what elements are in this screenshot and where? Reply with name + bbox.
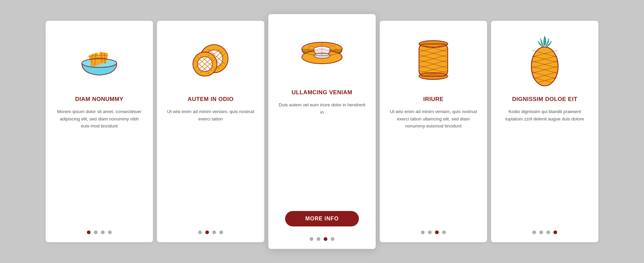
dot-2-0 [198,230,202,234]
dot-4-1 [428,230,432,234]
svg-rect-38 [419,44,448,76]
card-3-title: ULLAMCING VENIAM [292,89,353,96]
dot-5-1 [539,230,543,234]
card-2-dots [198,230,223,234]
dot-2-1 [205,230,209,234]
dot-4-0 [421,230,425,234]
dot-5-0 [532,230,536,234]
card-4-body: Ut wisi enim ad minim veniam, quis nostr… [389,108,478,222]
dot-5-3 [553,230,557,234]
dot-2-3 [219,230,223,234]
dot-1-3 [108,230,112,234]
dot-4-3 [442,230,446,234]
card-1-body: Morem ipsum dolor sit amet, consectetuer… [55,108,144,222]
card-2-title: AUTEM IN ODIO [188,96,234,103]
card-3-dots [310,237,334,241]
card-3: ULLAMCING VENIAM Duis autem vel eum iriu… [268,14,376,249]
card-2: AUTEM IN ODIO Ut wisi enim ad minim veni… [157,21,264,242]
card-5: DIGNISSIM DOLOE EIT Kodio dignissim qui … [491,21,598,242]
dot-1-2 [101,230,105,234]
dot-3-3 [331,237,334,241]
card-5-title: DIGNISSIM DOLOE EIT [512,96,578,103]
card-4-dots [421,230,446,234]
card-3-icon [295,26,349,80]
card-3-body: Duis autem vel eum iriure dolor in hendr… [278,101,366,205]
more-info-button[interactable]: MORE INFO [285,211,359,226]
card-1-title: DIAM NONUMMY [75,96,123,103]
dot-1-1 [94,230,98,234]
card-5-icon [518,33,572,87]
card-1: DIAM NONUMMY Morem ipsum dolor sit amet,… [46,21,153,242]
card-5-dots [532,230,557,234]
card-4-title: IRIURE [423,96,444,103]
dot-3-2 [324,237,327,241]
cards-container: DIAM NONUMMY Morem ipsum dolor sit amet,… [0,0,644,263]
card-1-icon [72,33,126,87]
card-5-body: Kodio dignissim qui blandit praesent lup… [500,108,589,222]
card-4: IRIURE Ut wisi enim ad minim veniam, qui… [380,21,487,242]
dot-3-1 [317,237,320,241]
card-4-icon [407,33,460,87]
card-2-icon [184,33,237,87]
card-1-dots [87,230,112,234]
card-2-body: Ut wisi enim ad minim veniam, quis nostr… [166,108,255,222]
dot-4-2 [435,230,439,234]
dot-5-2 [546,230,550,234]
dot-3-0 [310,237,313,241]
dot-2-2 [212,230,216,234]
dot-1-0 [87,230,91,234]
